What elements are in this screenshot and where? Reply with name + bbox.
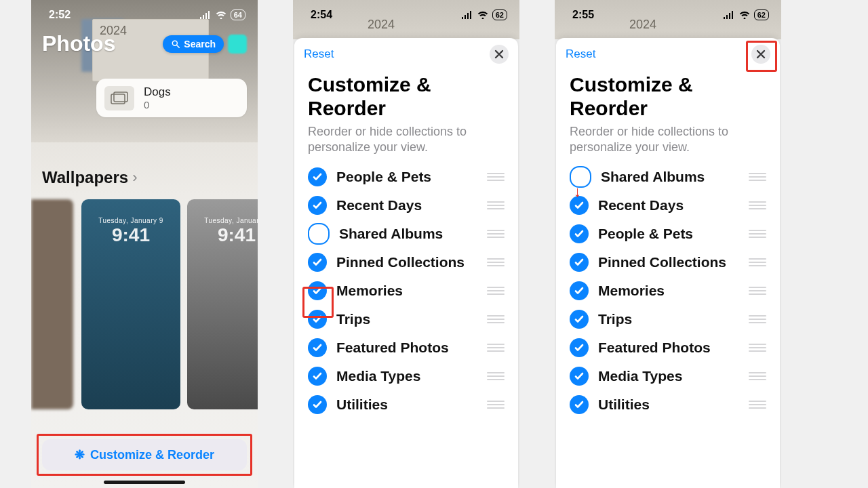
reorder-row: Memories	[308, 277, 505, 305]
collection-name: Dogs	[144, 85, 171, 99]
checkmark-icon	[574, 228, 585, 239]
drag-handle-icon[interactable]	[487, 344, 505, 352]
reorder-row: Pinned Collections	[308, 248, 505, 277]
checkmark-icon	[574, 200, 585, 211]
close-button[interactable]	[751, 45, 770, 64]
checkmark-icon	[574, 371, 585, 382]
drag-handle-icon[interactable]	[487, 230, 505, 238]
reorder-row: Media Types	[570, 362, 766, 390]
profile-avatar[interactable]	[228, 35, 247, 54]
reorder-row: Shared Albums	[308, 220, 505, 248]
drag-handle-icon[interactable]	[749, 201, 766, 209]
row-label: Memories	[598, 283, 739, 299]
status-time: 2:54	[305, 9, 409, 21]
visibility-toggle[interactable]	[570, 224, 589, 243]
visibility-toggle[interactable]	[308, 281, 327, 300]
status-bar: 2:54 62	[293, 0, 519, 30]
row-label: Recent Days	[336, 197, 477, 214]
visibility-toggle[interactable]	[570, 338, 589, 357]
page-title: Photos	[42, 31, 115, 56]
checkmark-icon	[312, 285, 323, 296]
drag-handle-icon[interactable]	[749, 230, 766, 238]
row-label: Featured Photos	[336, 340, 477, 356]
reorder-row: Trips	[570, 305, 766, 333]
checkmark-icon	[574, 285, 585, 296]
row-label: Utilities	[336, 396, 477, 413]
row-label: People & Pets	[336, 169, 477, 185]
reorder-row: Trips	[308, 305, 505, 333]
checkmark-icon	[312, 342, 323, 353]
drag-handle-icon[interactable]	[487, 258, 505, 266]
signal-icon	[461, 11, 473, 19]
visibility-toggle[interactable]	[570, 281, 589, 300]
reorder-row: Featured Photos	[570, 333, 766, 362]
reset-button[interactable]: Reset	[566, 47, 595, 61]
chevron-right-icon: ›	[132, 169, 137, 186]
drag-handle-icon[interactable]	[749, 401, 766, 409]
visibility-toggle[interactable]	[570, 395, 589, 414]
wallpaper-partial	[31, 199, 73, 409]
visibility-toggle[interactable]	[308, 367, 327, 386]
drag-handle-icon[interactable]	[487, 201, 505, 209]
drag-handle-icon[interactable]	[487, 315, 505, 323]
signal-icon	[723, 11, 735, 19]
reorder-row: People & Pets	[308, 163, 505, 191]
customize-reorder-button[interactable]: ❋ Customize & Reorder	[42, 439, 247, 470]
status-bar: 2:55 62	[555, 0, 781, 30]
drag-handle-icon[interactable]	[749, 315, 766, 323]
visibility-toggle[interactable]	[308, 338, 327, 357]
checkmark-icon	[574, 342, 585, 353]
close-icon	[756, 49, 766, 59]
drag-handle-icon[interactable]	[749, 287, 766, 295]
collection-count: 0	[144, 99, 171, 110]
signal-icon	[199, 11, 212, 19]
row-label: Featured Photos	[598, 340, 739, 356]
checkmark-icon	[312, 314, 323, 325]
photos-stack-icon	[104, 86, 134, 110]
visibility-toggle[interactable]	[308, 167, 327, 186]
close-button[interactable]	[490, 45, 509, 64]
drag-handle-icon[interactable]	[487, 287, 505, 295]
drag-handle-icon[interactable]	[749, 258, 766, 266]
screenshot-2-customize: 2024 2:54 62 Reset Customize & Reord	[293, 0, 519, 488]
battery-icon: 62	[492, 9, 507, 20]
wallpaper-thumbnail[interactable]: Tuesday, January 9 9:41	[187, 199, 258, 409]
home-indicator[interactable]	[104, 481, 185, 484]
svg-rect-3	[114, 92, 127, 102]
checkmark-icon	[574, 314, 585, 325]
drag-handle-icon[interactable]	[487, 372, 505, 380]
visibility-toggle[interactable]	[308, 395, 327, 414]
reorder-row: Recent Days	[308, 191, 505, 220]
visibility-toggle[interactable]	[570, 367, 589, 386]
wallpaper-thumbnail[interactable]: Tuesday, January 9 9:41	[81, 199, 180, 409]
visibility-toggle[interactable]	[570, 310, 589, 329]
screenshot-1-photos: 2:52 64 2024 Photos Search	[31, 0, 258, 488]
drag-handle-icon[interactable]	[487, 173, 505, 181]
collection-card-dogs[interactable]: Dogs 0	[96, 79, 247, 117]
status-time: 2:55	[567, 9, 671, 21]
drag-handle-icon[interactable]	[487, 401, 505, 409]
visibility-toggle[interactable]	[308, 223, 330, 245]
row-label: Trips	[598, 311, 739, 327]
visibility-toggle[interactable]	[308, 196, 327, 215]
row-label: Media Types	[598, 368, 739, 384]
reset-button[interactable]: Reset	[304, 47, 334, 61]
visibility-toggle[interactable]	[570, 253, 589, 272]
reorder-row: Pinned Collections	[570, 248, 766, 277]
row-label: Memories	[336, 283, 477, 299]
wifi-icon	[739, 11, 750, 19]
checkmark-icon	[574, 257, 585, 268]
checkmark-icon	[312, 200, 323, 211]
drag-handle-icon[interactable]	[749, 173, 766, 181]
search-button[interactable]: Search	[163, 35, 224, 53]
checkmark-icon	[312, 399, 323, 410]
drag-handle-icon[interactable]	[749, 344, 766, 352]
visibility-toggle[interactable]	[308, 253, 327, 272]
reorder-row: Recent Days	[570, 191, 766, 220]
reorder-row: Media Types	[308, 362, 505, 390]
section-wallpapers[interactable]: Wallpapers ›	[42, 168, 137, 187]
row-label: Recent Days	[598, 197, 739, 214]
screenshot-3-customize: 2024 2:55 62 Reset Customize & Reord	[555, 0, 781, 488]
drag-handle-icon[interactable]	[749, 372, 766, 380]
visibility-toggle[interactable]	[308, 310, 327, 329]
